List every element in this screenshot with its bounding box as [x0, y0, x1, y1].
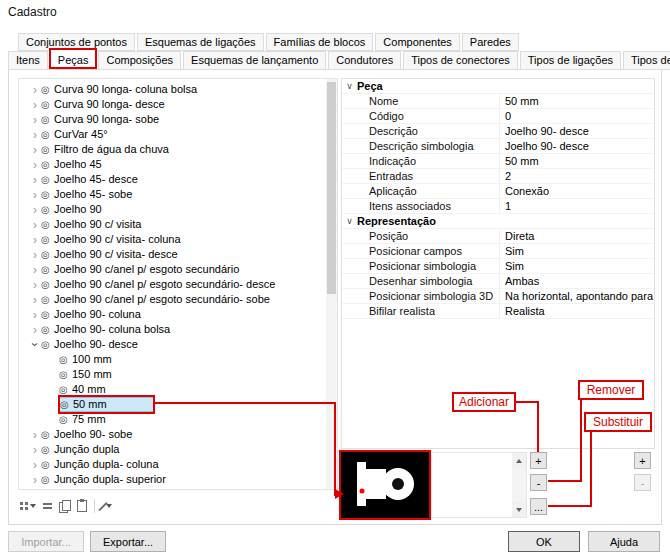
tree-item-joelho-90-desce[interactable]: ›◎Joelho 90- desce: [19, 337, 325, 352]
chevron-icon[interactable]: ›: [29, 457, 41, 472]
tree-item-joelho-90-sobe[interactable]: ›◎Joelho 90- sobe: [19, 427, 325, 442]
tree-item-juncao-dupla-coluna[interactable]: ›◎Junção dupla- coluna: [19, 457, 325, 472]
property-value[interactable]: Joelho 90- desce: [500, 124, 654, 138]
chevron-icon[interactable]: ›: [29, 142, 41, 157]
tree-item-joelho-45[interactable]: ›◎Joelho 45: [19, 157, 325, 172]
importar-button[interactable]: Importar...: [8, 531, 84, 552]
symbol-preview[interactable]: [341, 452, 429, 518]
property-row-bifilar-realista[interactable]: Bifilar realistaRealista: [342, 304, 654, 319]
property-row-nome[interactable]: Nome50 mm: [342, 94, 654, 109]
chevron-icon[interactable]: ›: [29, 217, 41, 232]
property-value[interactable]: Sim: [500, 244, 654, 258]
property-value[interactable]: Sim: [500, 259, 654, 273]
tab-familias-de-blocos[interactable]: Famílias de blocos: [266, 33, 374, 51]
tab-esquemas-de-lancamento[interactable]: Esquemas de lançamento: [183, 51, 326, 70]
chevron-icon[interactable]: ›: [29, 172, 41, 187]
property-row-indicacao[interactable]: Indicação50 mm: [342, 154, 654, 169]
chevron-icon[interactable]: ›: [29, 82, 41, 97]
chevron-icon[interactable]: ›: [29, 427, 41, 442]
property-value[interactable]: 50 mm: [500, 94, 654, 108]
property-value[interactable]: Na horizontal, apontando para a ...: [500, 289, 654, 303]
scroll-up-icon[interactable]: [512, 453, 526, 468]
chevron-icon[interactable]: ›: [29, 307, 41, 322]
copy-icon[interactable]: [59, 498, 70, 514]
tab-pecas[interactable]: Peças: [50, 49, 97, 68]
tab-esquemas-de-ligacoes[interactable]: Esquemas de ligações: [137, 33, 264, 51]
property-value[interactable]: 2: [500, 169, 654, 183]
tab-tipos-de-ligacoes[interactable]: Tipos de ligações: [520, 51, 621, 70]
tree-item-joelho-90-c-visita-desce[interactable]: ›◎Joelho 90 c/ visita- desce: [19, 247, 325, 262]
property-row-desenhar-simbologia[interactable]: Desenhar simbologiaAmbas: [342, 274, 654, 289]
chevron-icon[interactable]: ›: [29, 247, 41, 262]
chevron-icon[interactable]: ›: [29, 157, 41, 172]
connections-tool-icon[interactable]: [43, 498, 52, 514]
property-row-entradas[interactable]: Entradas2: [342, 169, 654, 184]
tree-item-joelho-90-c-visita-coluna[interactable]: ›◎Joelho 90 c/ visita- coluna: [19, 232, 325, 247]
symbol-tool-icon[interactable]: [102, 498, 112, 514]
property-row-posicionar-simbologia[interactable]: Posicionar simbologiaSim: [342, 259, 654, 274]
tree-scrollbar-thumb[interactable]: [327, 82, 336, 294]
property-category-representacao[interactable]: ∨Representação: [342, 214, 654, 229]
property-value[interactable]: Ambas: [500, 274, 654, 288]
chevron-icon[interactable]: ›: [29, 442, 41, 457]
property-value[interactable]: 0: [500, 109, 654, 123]
tree-item-joelho-90-c-visita[interactable]: ›◎Joelho 90 c/ visita: [19, 217, 325, 232]
paste-icon[interactable]: [77, 498, 87, 514]
chevron-icon[interactable]: ›: [29, 187, 41, 202]
chevron-icon[interactable]: ›: [29, 127, 41, 142]
tab-composicoes[interactable]: Composições: [98, 51, 181, 70]
ok-button[interactable]: OK: [508, 531, 580, 552]
property-value[interactable]: Conexão: [500, 184, 654, 198]
property-row-posicao[interactable]: PosiçãoDireta: [342, 229, 654, 244]
tree-item-joelho-90-c-anel-p-esgoto-secundario-sobe[interactable]: ›◎Joelho 90 c/anel p/ esgoto secundário-…: [19, 292, 325, 307]
tab-tipos-de-pontos[interactable]: Tipos de pontos: [623, 51, 670, 70]
property-category-peca[interactable]: ∨Peça: [342, 79, 654, 94]
chevron-icon[interactable]: ›: [29, 472, 41, 487]
chevron-icon[interactable]: ›: [29, 292, 41, 307]
tab-componentes[interactable]: Componentes: [375, 33, 460, 51]
add-points-tool-icon[interactable]: [20, 498, 36, 514]
property-value[interactable]: 50 mm: [500, 154, 654, 168]
property-row-descricao[interactable]: DescriçãoJoelho 90- desce: [342, 124, 654, 139]
add-preview-button[interactable]: +: [530, 452, 547, 469]
scroll-down-icon[interactable]: [512, 502, 526, 517]
property-row-itens-associados[interactable]: Itens associados1: [342, 199, 654, 214]
property-row-aplicacao[interactable]: AplicaçãoConexão: [342, 184, 654, 199]
tree-item-joelho-90-coluna[interactable]: ›◎Joelho 90- coluna: [19, 307, 325, 322]
tree-item-joelho-90[interactable]: ›◎Joelho 90: [19, 202, 325, 217]
chevron-icon[interactable]: ›: [29, 232, 41, 247]
tree-item-juncao-dupla[interactable]: ›◎Junção dupla: [19, 442, 325, 457]
preview-list[interactable]: [431, 452, 527, 518]
property-value[interactable]: 1: [500, 199, 654, 213]
tab-tipos-de-conectores[interactable]: Tipos de conectores: [403, 51, 518, 70]
remove-preview-button[interactable]: -: [530, 474, 547, 491]
tab-itens[interactable]: Itens: [8, 51, 48, 70]
collapse-icon[interactable]: ∨: [342, 216, 357, 226]
chevron-icon[interactable]: ›: [29, 262, 41, 277]
property-row-posicionar-campos[interactable]: Posicionar camposSim: [342, 244, 654, 259]
tree-item-joelho-90-coluna-bolsa[interactable]: ›◎Joelho 90- coluna bolsa: [19, 322, 325, 337]
property-value[interactable]: Realista: [500, 304, 654, 318]
tree-item-joelho-45-sobe[interactable]: ›◎Joelho 45- sobe: [19, 187, 325, 202]
tree-item-curva-90-longa-sobe[interactable]: ›◎Curva 90 longa- sobe: [19, 112, 325, 127]
property-row-codigo[interactable]: Código0: [342, 109, 654, 124]
tree-item-curva-90-longa-desce[interactable]: ›◎Curva 90 longa- desce: [19, 97, 325, 112]
chevron-icon[interactable]: ›: [29, 112, 41, 127]
tree-item-joelho-90-c-anel-p-esgoto-secundario[interactable]: ›◎Joelho 90 c/anel p/ esgoto secundário: [19, 262, 325, 277]
tree-item-40-mm[interactable]: ◎40 mm: [19, 382, 325, 397]
tree-item-juncao-dupla-superior[interactable]: ›◎Junção dupla- superior: [19, 472, 325, 487]
chevron-icon[interactable]: ›: [29, 322, 41, 337]
tree-item-150-mm[interactable]: ◎150 mm: [19, 367, 325, 382]
tree-item-75-mm[interactable]: ◎75 mm: [19, 412, 325, 427]
tree-item-joelho-45-desce[interactable]: ›◎Joelho 45- desce: [19, 172, 325, 187]
tree-item-curvar-45[interactable]: ›◎CurVar 45°: [19, 127, 325, 142]
chevron-icon[interactable]: ›: [29, 97, 41, 112]
chevron-icon[interactable]: ›: [28, 339, 43, 351]
tree-item-100-mm[interactable]: ◎100 mm: [19, 352, 325, 367]
chevron-icon[interactable]: ›: [29, 202, 41, 217]
preview-list-scrollbar[interactable]: [512, 453, 526, 517]
substitute-preview-button[interactable]: ...: [530, 498, 547, 515]
chevron-icon[interactable]: ›: [29, 277, 41, 292]
property-value[interactable]: Joelho 90- desce: [500, 139, 654, 153]
add-item-button[interactable]: +: [634, 452, 651, 469]
